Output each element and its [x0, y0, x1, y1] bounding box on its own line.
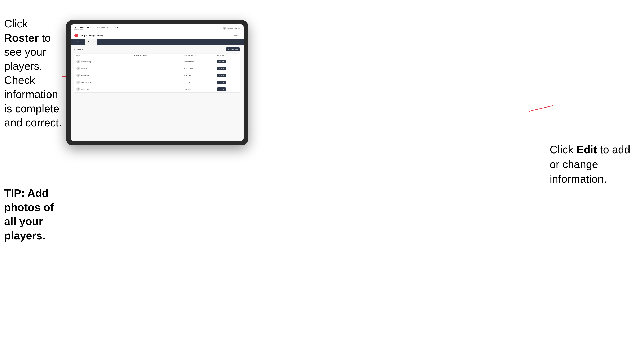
edit-icon: ✏ — [219, 61, 220, 62]
edit-button[interactable]: ✏ Edit — [217, 60, 226, 63]
player-name: Elliot Ebert — [81, 74, 90, 76]
player-email — [132, 79, 182, 86]
player-year: Third Year — [182, 72, 215, 79]
tablet-frame: SCOREBOARD Powered by clippi TOURNAMENTS… — [66, 20, 248, 145]
player-year: Fourth Year — [182, 65, 215, 72]
edit-button[interactable]: ✏ Edit — [217, 67, 226, 70]
user-text: Test User | Sign out — [227, 27, 240, 29]
table-row: Piers Parnell First Year ✏ Edit — [74, 86, 240, 93]
logo-subtitle: Powered by clippi — [74, 29, 92, 30]
svg-point-13 — [77, 90, 79, 90]
col-header-actions: ACTIONS — [215, 54, 240, 58]
nav-tournaments[interactable]: TOURNAMENTS — [96, 27, 109, 29]
edit-label: Edit — [221, 82, 224, 83]
player-actions: ✏ Edit — [215, 58, 240, 65]
tab-roster[interactable]: Roster — [85, 39, 96, 45]
player-year: Second Year — [182, 79, 215, 86]
svg-point-12 — [78, 88, 79, 90]
team-name: Clippd College (Men) — [80, 34, 103, 37]
add-player-button[interactable]: + Add Player — [226, 47, 240, 51]
svg-point-7 — [77, 69, 79, 70]
players-header: PLAYERS + Add Player — [74, 47, 240, 51]
edit-label: Edit — [221, 88, 224, 90]
nav-user: ● Test User | Sign out — [223, 27, 240, 30]
roster-keyword: Roster — [4, 32, 39, 44]
instruction-tip: TIP: Add photos of all your players. — [4, 186, 65, 243]
tabs-bar: Details Roster — [70, 39, 244, 45]
logo-title: SCOREBOARD — [74, 26, 92, 29]
player-year: Second Year — [182, 58, 215, 65]
instruction-right: Click Edit to add or change information. — [550, 142, 638, 186]
edit-icon: ✏ — [219, 74, 220, 76]
svg-point-9 — [77, 76, 79, 77]
table-header: NAME EMAIL ADDRESS SCHOOL YEAR ACTIONS — [74, 54, 240, 58]
instruction-top: Click Roster to see your players. Check … — [4, 17, 65, 130]
player-avatar — [76, 60, 80, 63]
table-row: David Ford Fourth Year ✏ Edit — [74, 65, 240, 72]
edit-keyword: Edit — [576, 144, 597, 156]
content-area: PLAYERS + Add Player NAME EMAIL ADDRESS … — [70, 45, 244, 141]
players-tbody: Blair McHarg Second Year ✏ Edit David Fo… — [74, 58, 240, 93]
col-header-name: NAME — [74, 54, 132, 58]
edit-button[interactable]: ✏ Edit — [217, 81, 226, 84]
player-email — [132, 65, 182, 72]
svg-point-10 — [78, 82, 79, 83]
tablet-screen: SCOREBOARD Powered by clippi TOURNAMENTS… — [70, 24, 244, 141]
table-row: Elliot Ebert Third Year ✏ Edit — [74, 72, 240, 79]
player-avatar — [76, 67, 80, 70]
svg-point-8 — [78, 75, 79, 76]
player-name: Marcus Turner — [81, 81, 92, 83]
tab-details[interactable]: Details — [74, 39, 85, 45]
edit-label: Edit — [221, 61, 224, 62]
col-header-email: EMAIL ADDRESS — [132, 54, 182, 58]
player-name: Piers Parnell — [81, 88, 91, 90]
player-email — [132, 72, 182, 79]
player-name-cell: Marcus Turner — [74, 79, 132, 86]
edit-icon: ✏ — [219, 81, 220, 83]
player-email — [132, 58, 182, 65]
player-name-cell: Elliot Ebert — [74, 72, 132, 79]
player-actions: ✏ Edit — [215, 72, 240, 79]
team-header-left: C Clippd College (Men) — [74, 34, 103, 37]
arrow-to-edit — [529, 104, 554, 114]
players-label: PLAYERS — [74, 48, 83, 50]
player-year: First Year — [182, 86, 215, 93]
edit-icon: ✏ — [219, 68, 220, 69]
edit-label: Edit — [221, 68, 224, 69]
svg-point-6 — [78, 68, 79, 69]
nav-links: TOURNAMENTS TEAMS — [96, 27, 223, 29]
player-avatar — [76, 81, 80, 84]
player-actions: ✏ Edit — [215, 65, 240, 72]
player-avatar — [76, 74, 80, 77]
app-logo: SCOREBOARD Powered by clippi — [74, 26, 92, 30]
player-name-cell: Blair McHarg — [74, 58, 132, 65]
app-navbar: SCOREBOARD Powered by clippi TOURNAMENTS… — [70, 24, 244, 32]
svg-point-11 — [77, 83, 79, 83]
player-actions: ✏ Edit — [215, 86, 240, 93]
team-header: C Clippd College (Men) Cancel ✕ — [70, 32, 244, 39]
player-name: Blair McHarg — [81, 61, 91, 63]
edit-button[interactable]: ✏ Edit — [217, 74, 226, 77]
cancel-button[interactable]: Cancel ✕ — [233, 35, 240, 37]
team-logo: C — [74, 34, 78, 37]
table-row: Blair McHarg Second Year ✏ Edit — [74, 58, 240, 65]
svg-line-3 — [531, 106, 553, 111]
player-email — [132, 86, 182, 93]
edit-icon: ✏ — [219, 88, 220, 90]
player-actions: ✏ Edit — [215, 79, 240, 86]
table-row: Marcus Turner Second Year ✏ Edit — [74, 79, 240, 86]
edit-button[interactable]: ✏ Edit — [217, 87, 226, 91]
players-table: NAME EMAIL ADDRESS SCHOOL YEAR ACTIONS B — [74, 54, 240, 92]
nav-teams[interactable]: TEAMS — [112, 27, 118, 29]
player-name-cell: David Ford — [74, 65, 132, 72]
player-name-cell: Piers Parnell — [74, 86, 132, 93]
player-name: David Ford — [81, 68, 90, 69]
user-avatar: ● — [223, 27, 226, 30]
svg-point-4 — [78, 61, 79, 62]
col-header-year: SCHOOL YEAR — [182, 54, 215, 58]
edit-label: Edit — [221, 75, 224, 76]
player-avatar — [76, 87, 80, 91]
svg-point-5 — [77, 62, 79, 63]
